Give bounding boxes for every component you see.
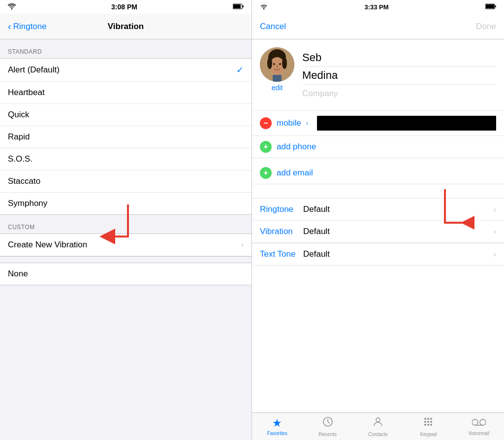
right-status-left bbox=[260, 3, 268, 11]
svg-point-14 bbox=[267, 57, 272, 69]
voicemail-icon bbox=[472, 417, 486, 430]
ringtone-chevron-icon: › bbox=[494, 205, 496, 214]
add-email-button[interactable]: + bbox=[260, 167, 272, 179]
right-nav-bar: Cancel Done bbox=[252, 14, 504, 39]
custom-list: Create New Vibration › bbox=[0, 234, 252, 257]
list-item[interactable]: Rapid bbox=[0, 126, 252, 148]
svg-point-11 bbox=[279, 63, 281, 65]
tab-favorites[interactable]: ★ Favorites bbox=[252, 413, 302, 440]
first-name-field[interactable]: Seb bbox=[302, 49, 496, 67]
text-tone-chevron-icon: › bbox=[494, 250, 496, 259]
right-content: edit Seb Medina Company − mobile › + add… bbox=[252, 39, 504, 440]
item-label: Heartbeat bbox=[8, 88, 45, 98]
spacer bbox=[0, 257, 252, 263]
add-phone-label[interactable]: add phone bbox=[277, 142, 316, 152]
phone-type-label[interactable]: mobile bbox=[277, 118, 301, 128]
svg-rect-13 bbox=[273, 75, 282, 82]
create-new-vibration-item[interactable]: Create New Vibration › bbox=[0, 234, 252, 256]
text-tone-value: Default bbox=[303, 249, 494, 259]
right-status-right bbox=[485, 3, 496, 11]
tab-keypad-label: Keypad bbox=[420, 432, 437, 437]
page-title: Vibration bbox=[108, 22, 144, 32]
back-chevron-icon: ‹ bbox=[8, 21, 11, 32]
text-tone-label: Text Tone bbox=[260, 249, 299, 259]
list-item[interactable]: Symphony bbox=[0, 193, 252, 214]
ringtone-value: Default bbox=[303, 204, 494, 214]
cancel-button[interactable]: Cancel bbox=[260, 22, 286, 32]
right-panel: 3:33 PM Cancel Done bbox=[252, 0, 504, 440]
custom-section-header: CUSTOM bbox=[0, 215, 252, 234]
svg-point-23 bbox=[427, 421, 429, 423]
tab-voicemail-label: Voicemail bbox=[468, 431, 489, 436]
spacer bbox=[252, 158, 504, 162]
add-phone-button[interactable]: + bbox=[260, 141, 272, 153]
favorites-icon: ★ bbox=[272, 417, 282, 430]
svg-point-27 bbox=[430, 424, 432, 426]
avatar bbox=[260, 47, 294, 82]
left-panel: 3:08 PM ‹ Ringtone Vibration STANDARD Al… bbox=[0, 0, 252, 440]
done-button[interactable]: Done bbox=[476, 22, 496, 32]
none-list: None bbox=[0, 263, 252, 285]
svg-rect-2 bbox=[243, 5, 244, 7]
spacer bbox=[252, 184, 504, 194]
battery-icon bbox=[233, 3, 244, 11]
svg-point-25 bbox=[424, 424, 426, 426]
list-item[interactable]: Staccato bbox=[0, 170, 252, 193]
svg-point-19 bbox=[424, 418, 426, 420]
ringtone-row[interactable]: Ringtone Default › bbox=[252, 198, 504, 221]
keypad-icon bbox=[422, 416, 434, 431]
vibration-row[interactable]: Vibration Default › bbox=[252, 221, 504, 243]
contact-header: edit Seb Medina Company bbox=[252, 39, 504, 110]
phone-number-input[interactable] bbox=[317, 116, 496, 131]
remove-phone-button[interactable]: − bbox=[260, 117, 272, 129]
company-field[interactable]: Company bbox=[302, 85, 496, 102]
item-label: Rapid bbox=[8, 132, 30, 142]
vibration-chevron-icon: › bbox=[494, 227, 496, 236]
item-label: None bbox=[8, 269, 28, 279]
tab-recents[interactable]: Recents bbox=[302, 413, 352, 440]
right-status-bar: 3:33 PM bbox=[252, 0, 504, 14]
svg-point-28 bbox=[472, 419, 478, 425]
tab-voicemail[interactable]: Voicemail bbox=[454, 413, 504, 440]
svg-point-18 bbox=[376, 418, 380, 422]
list-item[interactable]: Quick bbox=[0, 104, 252, 126]
avatar-section: edit bbox=[260, 47, 294, 92]
item-label: Create New Vibration bbox=[8, 240, 87, 250]
svg-point-22 bbox=[424, 421, 426, 423]
left-status-left bbox=[8, 3, 16, 11]
ringtone-label: Ringtone bbox=[260, 204, 299, 214]
name-fields: Seb Medina Company bbox=[302, 47, 496, 102]
standard-section-header: STANDARD bbox=[0, 39, 252, 58]
contacts-icon bbox=[372, 416, 384, 431]
standard-list: Alert (Default) ✓ Heartbeat Quick Rapid … bbox=[0, 58, 252, 215]
phone-chevron-icon: › bbox=[306, 120, 308, 127]
text-tone-row[interactable]: Text Tone Default › bbox=[252, 243, 504, 266]
list-item[interactable]: Heartbeat bbox=[0, 82, 252, 104]
svg-point-15 bbox=[282, 57, 287, 69]
none-item[interactable]: None bbox=[0, 263, 252, 285]
recents-icon bbox=[322, 416, 334, 431]
add-email-row[interactable]: + add email bbox=[252, 162, 504, 184]
add-email-label[interactable]: add email bbox=[277, 168, 313, 178]
left-time: 3:08 PM bbox=[111, 3, 137, 11]
back-button[interactable]: ‹ Ringtone bbox=[8, 21, 47, 32]
svg-point-21 bbox=[430, 418, 432, 420]
list-item[interactable]: Alert (Default) ✓ bbox=[0, 59, 252, 82]
svg-point-12 bbox=[276, 65, 278, 68]
left-status-right bbox=[233, 3, 244, 11]
tab-keypad[interactable]: Keypad bbox=[403, 413, 453, 440]
add-phone-row[interactable]: + add phone bbox=[252, 136, 504, 158]
left-nav-bar: ‹ Ringtone Vibration bbox=[0, 14, 252, 39]
chevron-icon: › bbox=[241, 240, 244, 249]
svg-rect-1 bbox=[233, 4, 241, 8]
list-item[interactable]: S.O.S. bbox=[0, 148, 252, 170]
item-label: Alert (Default) bbox=[8, 65, 60, 75]
tab-contacts[interactable]: Contacts bbox=[353, 413, 403, 440]
tab-contacts-label: Contacts bbox=[368, 432, 387, 437]
checkmark-icon: ✓ bbox=[236, 65, 244, 75]
last-name-field[interactable]: Medina bbox=[302, 67, 496, 85]
item-label: Quick bbox=[8, 110, 29, 120]
svg-point-10 bbox=[273, 63, 275, 65]
edit-link[interactable]: edit bbox=[272, 84, 283, 92]
wifi-icon bbox=[8, 3, 16, 11]
